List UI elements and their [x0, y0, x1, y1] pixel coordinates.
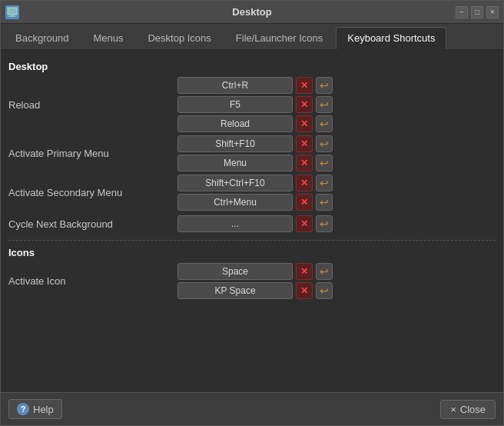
close-button[interactable]: × Close: [440, 400, 496, 419]
binding-row: F5 ✕ ↩: [177, 96, 496, 113]
titlebar-left: [5, 5, 19, 19]
shortcut-row-activate-primary-menu: Activate Primary Menu Shift+F10 ✕ ↩ Menu…: [8, 135, 496, 171]
key-kp-space[interactable]: KP Space: [177, 282, 293, 299]
binding-row: Shift+F10 ✕ ↩: [177, 135, 496, 152]
delete-binding-btn[interactable]: ✕: [296, 215, 313, 232]
key-shift-f10[interactable]: Shift+F10: [177, 135, 293, 152]
maximize-button[interactable]: □: [471, 6, 483, 18]
key-ctrl-menu[interactable]: Ctrl+Menu: [177, 194, 293, 211]
tab-file-launcher-icons[interactable]: File/Launcher Icons: [224, 27, 334, 49]
app-icon: [5, 5, 19, 19]
binding-row: Shift+Ctrl+F10 ✕ ↩: [177, 175, 496, 191]
reset-binding-btn[interactable]: ↩: [316, 77, 333, 94]
window-title: Desktop: [232, 6, 271, 18]
titlebar: Desktop − □ ×: [1, 1, 503, 24]
shortcut-row-activate-icon: Activate Icon Space ✕ ↩ KP Space ✕ ↩: [8, 263, 496, 299]
shortcut-label-cycle-next-background: Cycle Next Background: [8, 218, 177, 230]
delete-binding-btn[interactable]: ✕: [296, 96, 313, 113]
shortcut-label-reload: Reload: [8, 99, 177, 111]
binding-row: Reload ✕ ↩: [177, 115, 496, 132]
reset-binding-btn[interactable]: ↩: [316, 135, 333, 152]
key-f5[interactable]: F5: [177, 96, 293, 113]
shortcut-bindings-cycle-next-background: ... ✕ ↩: [177, 215, 496, 232]
help-label: Help: [33, 404, 54, 415]
key-menu[interactable]: Menu: [177, 155, 293, 171]
delete-binding-btn[interactable]: ✕: [296, 175, 313, 191]
delete-binding-btn[interactable]: ✕: [296, 282, 313, 299]
binding-row: Space ✕ ↩: [177, 263, 496, 280]
help-icon: ?: [17, 403, 29, 415]
tab-keyboard-shortcuts[interactable]: Keyboard Shortcuts: [336, 27, 446, 49]
reset-binding-btn[interactable]: ↩: [316, 175, 333, 191]
help-button[interactable]: ? Help: [8, 399, 62, 419]
svg-rect-2: [8, 16, 16, 17]
scroll-area[interactable]: Desktop Reload Ctrl+R ✕ ↩ F5 ✕ ↩: [1, 50, 503, 392]
delete-binding-btn[interactable]: ✕: [296, 77, 313, 94]
shortcut-label-activate-icon: Activate Icon: [8, 275, 177, 287]
key-ellipsis[interactable]: ...: [177, 215, 293, 232]
shortcut-bindings-activate-primary-menu: Shift+F10 ✕ ↩ Menu ✕ ↩: [177, 135, 496, 171]
svg-rect-0: [8, 8, 17, 15]
reset-binding-btn[interactable]: ↩: [316, 215, 333, 232]
binding-row: Menu ✕ ↩: [177, 155, 496, 171]
section-header-icons: Icons: [8, 247, 496, 258]
binding-row: Ctrl+R ✕ ↩: [177, 77, 496, 94]
minimize-button[interactable]: −: [456, 6, 468, 18]
binding-row: KP Space ✕ ↩: [177, 282, 496, 299]
shortcut-bindings-reload: Ctrl+R ✕ ↩ F5 ✕ ↩ Reload ✕ ↩: [177, 77, 496, 132]
reset-binding-btn[interactable]: ↩: [316, 96, 333, 113]
shortcut-row-activate-secondary-menu: Activate Secondary Menu Shift+Ctrl+F10 ✕…: [8, 175, 496, 211]
key-shift-ctrl-f10[interactable]: Shift+Ctrl+F10: [177, 175, 293, 191]
main-window: Desktop − □ × Background Menus Desktop I…: [0, 0, 504, 426]
window-close-button[interactable]: ×: [486, 6, 499, 18]
svg-rect-1: [10, 15, 15, 16]
key-ctrl-r[interactable]: Ctrl+R: [177, 77, 293, 94]
delete-binding-btn[interactable]: ✕: [296, 194, 313, 211]
shortcut-bindings-activate-secondary-menu: Shift+Ctrl+F10 ✕ ↩ Ctrl+Menu ✕ ↩: [177, 175, 496, 211]
bottom-bar: ? Help × Close: [1, 392, 503, 425]
section-header-desktop: Desktop: [8, 61, 496, 72]
tab-menus[interactable]: Menus: [81, 27, 134, 49]
reset-binding-btn[interactable]: ↩: [316, 263, 333, 280]
tab-bar: Background Menus Desktop Icons File/Laun…: [1, 24, 503, 50]
reset-binding-btn[interactable]: ↩: [316, 115, 333, 132]
reset-binding-btn[interactable]: ↩: [316, 282, 333, 299]
shortcut-label-activate-primary-menu: Activate Primary Menu: [8, 148, 177, 159]
delete-binding-btn[interactable]: ✕: [296, 155, 313, 171]
binding-row: Ctrl+Menu ✕ ↩: [177, 194, 496, 211]
shortcut-row-reload: Reload Ctrl+R ✕ ↩ F5 ✕ ↩ Reload ✕: [8, 77, 496, 132]
shortcut-label-activate-secondary-menu: Activate Secondary Menu: [8, 187, 177, 198]
shortcut-bindings-activate-icon: Space ✕ ↩ KP Space ✕ ↩: [177, 263, 496, 299]
binding-row: ... ✕ ↩: [177, 215, 496, 232]
reset-binding-btn[interactable]: ↩: [316, 194, 333, 211]
close-label: Close: [460, 404, 486, 415]
key-reload[interactable]: Reload: [177, 115, 293, 132]
shortcut-row-cycle-next-background: Cycle Next Background ... ✕ ↩: [8, 214, 496, 234]
titlebar-controls: − □ ×: [456, 6, 499, 18]
close-icon: ×: [450, 404, 456, 415]
delete-binding-btn[interactable]: ✕: [296, 263, 313, 280]
tab-desktop-icons[interactable]: Desktop Icons: [136, 27, 222, 49]
section-separator: [8, 240, 496, 241]
reset-binding-btn[interactable]: ↩: [316, 155, 333, 171]
delete-binding-btn[interactable]: ✕: [296, 135, 313, 152]
key-space[interactable]: Space: [177, 263, 293, 280]
tab-background[interactable]: Background: [4, 27, 80, 49]
delete-binding-btn[interactable]: ✕: [296, 115, 313, 132]
content-area: Desktop Reload Ctrl+R ✕ ↩ F5 ✕ ↩: [1, 50, 503, 425]
